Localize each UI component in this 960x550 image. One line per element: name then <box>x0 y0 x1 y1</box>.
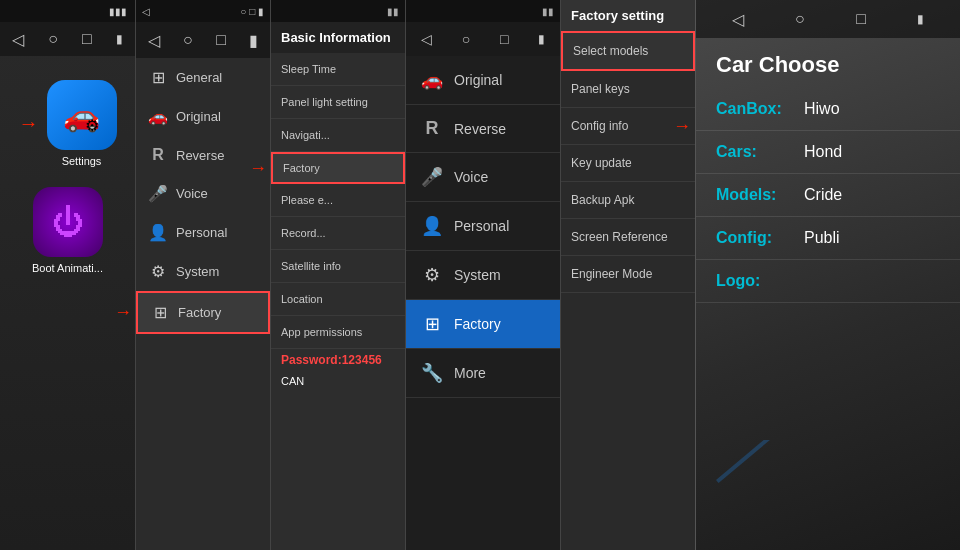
back-nav-p2[interactable]: ◁ <box>148 31 160 50</box>
factory-menu-factory[interactable]: ⊞ Factory <box>406 300 560 349</box>
panel-keys-item[interactable]: Panel keys <box>561 71 695 108</box>
back-nav-p6[interactable]: ◁ <box>732 10 744 29</box>
config-label: Config: <box>716 229 796 247</box>
sleep-time-item[interactable]: Sleep Time <box>271 53 405 86</box>
navigation-item[interactable]: Navigati... <box>271 119 405 152</box>
boot-app-label: Boot Animati... <box>32 262 103 274</box>
factory-menu-personal[interactable]: 👤 Personal <box>406 202 560 251</box>
car-row-cars: Cars: Hond <box>696 131 960 174</box>
original-icon: 🚗 <box>148 107 168 126</box>
home-icon[interactable]: ○ <box>48 30 58 48</box>
basic-info-panel: ▮▮ Basic Information Sleep Time Panel li… <box>270 0 405 550</box>
settings-app-icon[interactable]: 🚗 ⚙ Settings <box>47 80 117 167</box>
general-icon: ⊞ <box>148 68 168 87</box>
signal-icon: ▮ <box>116 32 123 46</box>
red-arrow-p2: → <box>114 302 132 323</box>
car-row-models: Models: Cride <box>696 174 960 217</box>
car-row-logo: Logo: <box>696 260 960 303</box>
key-update-item[interactable]: Key update <box>561 145 695 182</box>
config-value: Publi <box>804 229 840 247</box>
signal-nav-p2: ▮ <box>249 31 258 50</box>
status-bar-p3: ▮▮ <box>271 0 405 22</box>
recent-icon[interactable]: □ <box>82 30 92 48</box>
basic-info-header: Basic Information <box>271 22 405 53</box>
red-arrow-p5: → <box>673 116 691 137</box>
cars-value: Hond <box>804 143 842 161</box>
models-label: Models: <box>716 186 796 204</box>
home-nav-p4[interactable]: ○ <box>462 31 470 47</box>
factory-menu-more[interactable]: 🔧 More <box>406 349 560 398</box>
red-arrow-1: → <box>19 112 39 135</box>
settings-menu-panel: ◁ ○ □ ▮ ◁ ○ □ ▮ ⊞ General 🚗 Original R R… <box>135 0 270 550</box>
please-item[interactable]: Please e... <box>271 184 405 217</box>
car-choose-panel: ◁ ○ □ ▮ Car Choose CanBox: Hiwo Cars: Ho… <box>695 0 960 550</box>
factory-menu-system[interactable]: ⚙ System <box>406 251 560 300</box>
panel-light-item[interactable]: Panel light setting <box>271 86 405 119</box>
engineer-mode-item[interactable]: Engineer Mode <box>561 256 695 293</box>
nav-bar-p6: ◁ ○ □ ▮ <box>696 0 960 38</box>
menu-item-general[interactable]: ⊞ General <box>136 58 270 97</box>
car-row-canbox: CanBox: Hiwo <box>696 88 960 131</box>
signal-nav-p4: ▮ <box>538 32 545 46</box>
system-icon: ⚙ <box>148 262 168 281</box>
reverse-icon-p4: R <box>420 118 444 139</box>
location-item[interactable]: Location <box>271 283 405 316</box>
models-value: Cride <box>804 186 842 204</box>
menu-item-personal[interactable]: 👤 Personal <box>136 213 270 252</box>
reverse-icon: R <box>148 146 168 164</box>
settings-app-label: Settings <box>62 155 102 167</box>
record-item[interactable]: Record... <box>271 217 405 250</box>
system-icon-p4: ⚙ <box>420 264 444 286</box>
menu-item-factory[interactable]: → ⊞ Factory <box>136 291 270 334</box>
factory-settings-header: Factory setting <box>561 0 695 31</box>
status-bar-p4: ▮▮ <box>406 0 560 22</box>
recent-nav-p4[interactable]: □ <box>500 31 508 47</box>
recent-nav-p2[interactable]: □ <box>216 31 226 49</box>
app-permissions-item[interactable]: App permissions <box>271 316 405 349</box>
logo-label: Logo: <box>716 272 796 290</box>
voice-icon-p4: 🎤 <box>420 166 444 188</box>
menu-item-voice[interactable]: 🎤 Voice <box>136 174 270 213</box>
nav-bar-p2: ◁ ○ □ ▮ <box>136 22 270 58</box>
personal-icon-p4: 👤 <box>420 215 444 237</box>
factory-icon-p2: ⊞ <box>150 303 170 322</box>
back-icon[interactable]: ◁ <box>12 30 24 49</box>
backup-apk-item[interactable]: Backup Apk <box>561 182 695 219</box>
canbox-value: Hiwo <box>804 100 840 118</box>
boot-app-icon[interactable]: ⏻ Boot Animati... <box>32 187 103 274</box>
factory-item-p3[interactable]: Factory <box>271 152 405 184</box>
car-row-config: Config: Publi <box>696 217 960 260</box>
factory-menu-voice[interactable]: 🎤 Voice <box>406 153 560 202</box>
factory-menu-original[interactable]: 🚗 Original <box>406 56 560 105</box>
car-graphic-decoration <box>706 440 826 520</box>
home-nav-p2[interactable]: ○ <box>183 31 193 49</box>
status-bar-icons: ▮▮▮ <box>109 6 127 17</box>
password-display: Password:123456 <box>271 349 405 371</box>
factory-icon-p4: ⊞ <box>420 313 444 335</box>
back-nav-p4[interactable]: ◁ <box>421 31 432 47</box>
select-models-item[interactable]: Select models <box>561 31 695 71</box>
personal-icon: 👤 <box>148 223 168 242</box>
factory-menu-panel: ▮▮ ◁ ○ □ ▮ 🚗 Original R Reverse 🎤 Voice … <box>405 0 560 550</box>
menu-item-original[interactable]: 🚗 Original <box>136 97 270 136</box>
factory-settings-panel: Factory setting Select models Panel keys… <box>560 0 695 550</box>
canbox-label: CanBox: <box>716 100 796 118</box>
can-label: CAN <box>271 371 405 391</box>
status-bar-p2: ◁ ○ □ ▮ <box>136 0 270 22</box>
menu-item-system[interactable]: ⚙ System <box>136 252 270 291</box>
red-arrow-p3: → <box>249 158 267 179</box>
home-screen-panel: ▮▮▮ ◁ ○ □ ▮ → 🚗 ⚙ Settings ⏻ Boot Animat… <box>0 0 135 550</box>
car-choose-title: Car Choose <box>696 38 960 88</box>
satellite-item[interactable]: Satellite info <box>271 250 405 283</box>
signal-nav-p6: ▮ <box>917 12 924 26</box>
original-icon-p4: 🚗 <box>420 69 444 91</box>
more-icon-p4: 🔧 <box>420 362 444 384</box>
screen-reference-item[interactable]: Screen Reference <box>561 219 695 256</box>
voice-icon: 🎤 <box>148 184 168 203</box>
home-nav-p6[interactable]: ○ <box>795 10 805 28</box>
recent-nav-p6[interactable]: □ <box>856 10 866 28</box>
factory-menu-reverse[interactable]: R Reverse <box>406 105 560 153</box>
cars-label: Cars: <box>716 143 796 161</box>
